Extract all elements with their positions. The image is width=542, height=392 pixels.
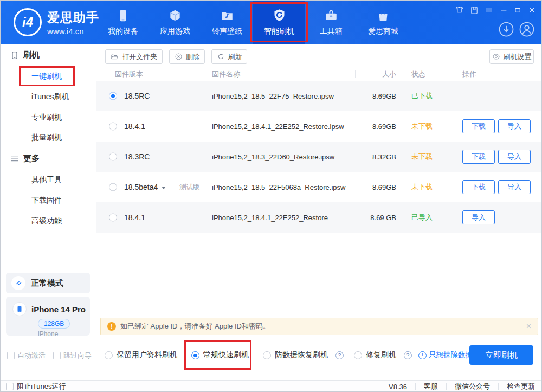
nav-ringtones-wallpapers[interactable]: 铃声壁纸 (201, 1, 253, 44)
keep-user-data-label: 保留用户资料刷机 (117, 350, 177, 360)
maximize-icon[interactable] (514, 6, 522, 14)
check-update-link[interactable]: 检查更新 (507, 382, 535, 391)
support-link[interactable]: 客服 (424, 382, 438, 391)
help-icon[interactable]: ? (404, 351, 412, 359)
repair-flash-radio[interactable] (354, 351, 362, 359)
firmware-name: iPhone15,2_18.3_22D60_Restore.ipsw (212, 153, 334, 161)
app-header: i4 爱思助手 www.i4.cn 我的设备 应用游戏 铃声壁纸 智能刷机 (1, 1, 542, 44)
wechat-link[interactable]: 微信公众号 (455, 382, 490, 391)
device-card[interactable]: iPhone 14 Pro 128GB iPhone (6, 297, 90, 336)
nav-apps-games[interactable]: 应用游戏 (149, 1, 201, 44)
import-button[interactable]: 导入 (498, 119, 531, 133)
divider (446, 383, 447, 390)
row-radio[interactable] (109, 153, 117, 161)
flash-settings-button[interactable]: 刷机设置 (489, 49, 534, 64)
open-folder-label: 打开文件夹 (122, 52, 157, 62)
device-mode-card[interactable]: 正常模式 (6, 273, 90, 293)
skip-setup-label: 跳过向导 (63, 351, 92, 361)
skip-setup-option[interactable]: 跳过向导 (53, 351, 92, 361)
nav-my-device[interactable]: 我的设备 (97, 1, 149, 44)
auto-activate-label: 自动激活 (17, 351, 46, 361)
user-account-icon[interactable] (519, 21, 535, 37)
option-repair-flash[interactable]: 修复刷机 ? (354, 350, 412, 360)
row-radio[interactable] (109, 183, 117, 191)
phone-icon (116, 9, 130, 23)
download-button[interactable]: 下载 (462, 119, 495, 133)
import-button[interactable]: 导入 (498, 150, 531, 164)
firmware-size: 8.69GB (353, 92, 396, 100)
firmware-size: 8.32GB (353, 153, 396, 161)
list-lines-icon (10, 155, 19, 163)
nav-smart-flash[interactable]: 智能刷机 (253, 1, 305, 44)
info-icon: ! (418, 351, 427, 359)
sidebar-item-batch-flash[interactable]: 批量刷机 (31, 133, 62, 143)
block-itunes-checkbox[interactable] (6, 383, 14, 390)
sidebar-item-advanced[interactable]: 高级功能 (31, 216, 62, 226)
notice-close-icon[interactable]: × (526, 322, 531, 331)
status-not-downloaded: 未下载 (411, 152, 433, 162)
download-button[interactable]: 下载 (462, 180, 495, 194)
skip-setup-checkbox[interactable] (53, 352, 61, 359)
menu-icon[interactable] (485, 5, 494, 15)
firmware-row[interactable]: 18.4.1 iPhone15,2_18.4.1_22E252_Restore.… (96, 111, 542, 142)
sidebar-item-one-click-flash[interactable]: 一键刷机 (31, 72, 62, 81)
nav-store[interactable]: 爱思商城 (357, 1, 409, 44)
firmware-version: 18.3RC (124, 152, 150, 161)
import-button[interactable]: 导入 (462, 210, 495, 224)
i4-logo-icon: i4 (14, 8, 42, 36)
notes-icon[interactable] (470, 6, 479, 15)
block-itunes-option[interactable]: 阻止iTunes运行 (6, 382, 66, 391)
nav-label: 爱思商城 (368, 27, 398, 36)
auto-activate-checkbox[interactable] (7, 352, 15, 359)
logo-mark: i4 (22, 15, 33, 30)
option-anti-data-recovery[interactable]: 防数据恢复刷机 ? (263, 350, 344, 360)
nav-toolbox[interactable]: 工具箱 (305, 1, 357, 44)
firmware-name: iPhone15,2_18.5_22F75_Restore.ipsw (212, 92, 334, 100)
firmware-version-dropdown[interactable]: 18.5beta4 (124, 183, 166, 191)
auto-activate-option[interactable]: 自动激活 (7, 351, 46, 361)
firmware-row[interactable]: 18.3RC iPhone15,2_18.3_22D60_Restore.ips… (96, 142, 542, 172)
col-firmware-name: 固件名称 (212, 69, 240, 79)
main-content: 打开文件夹 删除 刷新 刷机设置 固件版本 固件名称 大小 状态 操作 (96, 44, 542, 380)
normal-fast-flash-radio[interactable] (191, 351, 199, 359)
sidebar-item-download-firmware[interactable]: 下载固件 (31, 196, 62, 205)
column-divider (355, 70, 356, 78)
row-radio[interactable] (109, 123, 117, 131)
row-radio[interactable] (109, 214, 117, 222)
row-radio-selected[interactable] (109, 92, 117, 100)
firmware-row[interactable]: 18.5RC iPhone15,2_18.5_22F75_Restore.ips… (96, 81, 542, 111)
status-not-downloaded: 未下载 (411, 182, 433, 192)
close-icon[interactable] (528, 6, 536, 14)
option-keep-user-data[interactable]: 保留用户资料刷机 (105, 350, 177, 360)
sidebar-item-other-tools[interactable]: 其他工具 (31, 175, 62, 185)
theme-skin-icon[interactable] (455, 5, 464, 15)
option-normal-fast-flash[interactable]: 常规快速刷机 (191, 350, 249, 360)
firmware-row[interactable]: 18.4.1 iPhone15,2_18.4.1_22E252_Restore … (96, 202, 542, 233)
delete-button[interactable]: 删除 (169, 49, 205, 64)
help-icon[interactable]: ? (335, 351, 344, 359)
sidebar-item-pro-flash[interactable]: 专业刷机 (31, 113, 62, 123)
shield-refresh-icon (272, 8, 287, 23)
phone-outline-icon (10, 51, 19, 60)
download-icon[interactable] (498, 21, 514, 37)
gear-icon (492, 53, 500, 61)
firmware-row[interactable]: 18.5beta4 测试版 iPhone15,2_18.5_22F5068a_R… (96, 172, 542, 202)
cube-icon (168, 9, 182, 23)
flash-options-row: 保留用户资料刷机 常规快速刷机 防数据恢复刷机 ? 修复刷机 ? ! 只想抹除数… (96, 340, 542, 370)
dropdown-caret-icon (162, 187, 166, 189)
shopping-bag-icon (376, 9, 390, 23)
refresh-button[interactable]: 刷新 (211, 49, 247, 64)
download-button[interactable]: 下载 (462, 150, 495, 164)
anti-data-recovery-label: 防数据恢复刷机 (275, 350, 328, 360)
sidebar-item-itunes-flash[interactable]: iTunes刷机 (31, 92, 69, 102)
status-bar: 阻止iTunes运行 V8.36 客服 微信公众号 检查更新 (1, 380, 542, 392)
flash-now-button[interactable]: 立即刷机 (469, 345, 533, 365)
minimize-icon[interactable] (500, 6, 508, 14)
import-button[interactable]: 导入 (498, 180, 531, 194)
anti-data-recovery-radio[interactable] (263, 351, 271, 359)
col-status: 状态 (411, 69, 425, 79)
mode-icon (11, 276, 25, 290)
keep-user-data-radio[interactable] (105, 351, 113, 359)
open-folder-button[interactable]: 打开文件夹 (105, 49, 163, 64)
refresh-icon (217, 53, 225, 61)
